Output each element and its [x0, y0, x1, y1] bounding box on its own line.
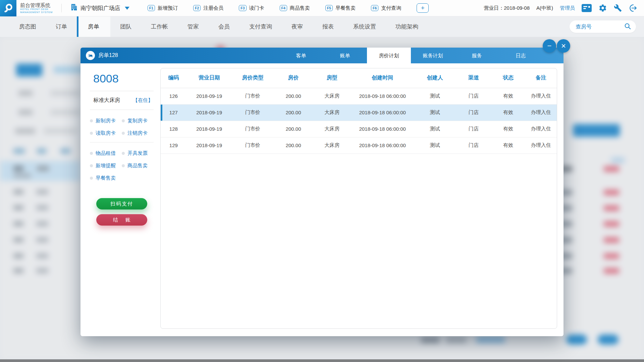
shift-card-icon[interactable] [582, 4, 592, 12]
action-goods-sale[interactable]: 商品售卖 [122, 163, 154, 169]
quick-action-label: 商品售卖 [290, 5, 310, 11]
col-business-date: 营业日期 [186, 68, 232, 88]
tab-log[interactable]: 日志 [499, 48, 543, 63]
room-status-badge: 【在住】 [133, 97, 153, 104]
table-header-row: 编码 营业日期 房价类型 房价 房型 创建时间 创建人 渠道 状态 备注 [161, 68, 557, 88]
nav-night-audit[interactable]: 夜审 [282, 16, 313, 37]
col-channel: 渠道 [456, 68, 491, 88]
bottom-strip [0, 359, 644, 362]
fkey-badge: F2 [193, 5, 201, 11]
table-row-selected[interactable]: 127 2018-09-19 门市价 200.00 大床房 2018-09-18… [161, 104, 557, 121]
tab-account-bill[interactable]: 账单 [323, 48, 367, 63]
cell-creator: 测试 [414, 121, 456, 137]
tab-service[interactable]: 服务 [455, 48, 499, 63]
nav-work-account[interactable]: 工作帐 [141, 16, 178, 37]
cell-business-date: 2018-09-19 [186, 104, 232, 121]
fkey-badge: F5 [325, 5, 333, 11]
action-new-reminder[interactable]: 新增提醒 [90, 163, 122, 169]
quick-action-breakfast-sale[interactable]: F5 早餐售卖 [325, 5, 356, 11]
close-button[interactable]: × [557, 39, 570, 53]
action-read-card[interactable]: 读取房卡 [90, 130, 122, 136]
col-creator: 创建人 [414, 68, 456, 88]
cell-status: 有效 [491, 121, 525, 137]
cell-room-type: 大床房 [313, 121, 351, 137]
quick-action-label: 支付查询 [381, 5, 401, 11]
quick-action-payment-query[interactable]: F6 支付查询 [371, 5, 401, 11]
cell-rate: 200.00 [274, 137, 313, 154]
nav-payment-query[interactable]: 支付查询 [239, 16, 282, 37]
modal-tabs: 客单 账单 房价计划 账务计划 服务 日志 [279, 48, 543, 63]
action-copy-card[interactable]: 复制房卡 [122, 118, 154, 124]
action-cancel-card[interactable]: 注销房卡 [122, 130, 154, 136]
cell-code: 129 [161, 137, 186, 154]
nav-system-settings[interactable]: 系统设置 [343, 16, 386, 37]
minimize-button[interactable]: − [543, 39, 556, 53]
action-issue-invoice[interactable]: 开具发票 [122, 150, 154, 157]
tab-accounting-plan[interactable]: 账务计划 [411, 48, 455, 63]
action-label: 物品租借 [96, 150, 116, 157]
cell-creator: 测试 [414, 137, 456, 154]
quick-action-new-booking[interactable]: F1 新增预订 [148, 5, 178, 11]
nav-member[interactable]: 会员 [209, 16, 239, 37]
nav-housekeeper[interactable]: 管家 [178, 16, 209, 37]
store-selector[interactable]: 南宁朝阳广场店 [70, 3, 129, 13]
user-name[interactable]: 管理员 [560, 5, 575, 11]
wrench-icon[interactable] [614, 4, 622, 12]
add-quick-action-button[interactable]: + [417, 3, 429, 13]
search-icon[interactable] [624, 22, 631, 31]
cell-rate-type: 门市价 [232, 137, 274, 154]
chevron-down-icon [125, 7, 129, 10]
bullet-icon [122, 132, 125, 135]
table-row[interactable]: 129 2018-09-19 门市价 200.00 大床房 2018-09-18… [161, 137, 557, 154]
bullet-icon [90, 152, 93, 155]
modal-title: 房单128 [98, 52, 118, 59]
cell-business-date: 2018-09-19 [186, 88, 232, 104]
checkout-button[interactable]: 结 账 [96, 214, 147, 226]
bullet-icon [90, 119, 93, 122]
room-type: 标准大床房 [93, 97, 120, 104]
action-new-card[interactable]: 新制房卡 [90, 118, 122, 124]
nav-reports[interactable]: 报表 [313, 16, 343, 37]
quick-action-read-card[interactable]: F3 读门卡 [239, 5, 264, 11]
cell-code: 126 [161, 88, 186, 104]
action-label: 复制房卡 [127, 118, 148, 124]
table-row[interactable]: 128 2018-09-19 门市价 200.00 大床房 2018-09-18… [161, 121, 557, 137]
nav-orders[interactable]: 订单 [46, 16, 77, 37]
fkey-badge: F4 [280, 5, 287, 11]
cell-channel: 门店 [456, 88, 491, 104]
top-bar-right: 营业日：2018-09-08 A(中班) 管理员 [484, 4, 644, 12]
quick-action-register-member[interactable]: F2 注册会员 [193, 5, 223, 11]
nav-room-bill[interactable]: 房单 [77, 16, 110, 37]
fkey-badge: F6 [371, 5, 378, 11]
action-label: 新增提醒 [96, 163, 116, 169]
bed-icon [86, 51, 95, 60]
cell-remark: 办理入住 [525, 88, 557, 104]
tab-guest-bill[interactable]: 客单 [279, 48, 323, 63]
cell-channel: 门店 [456, 104, 491, 121]
col-code: 编码 [161, 68, 186, 88]
cell-create-time: 2018-09-18 06:00:00 [351, 137, 414, 154]
room-search-input[interactable] [576, 24, 624, 30]
tab-rate-plan[interactable]: 房价计划 [367, 48, 411, 63]
col-room-type: 房型 [313, 68, 351, 88]
action-breakfast-sale[interactable]: 早餐售卖 [90, 175, 122, 181]
quick-action-label: 读门卡 [249, 5, 264, 11]
cell-remark: 办理入住 [525, 137, 557, 154]
cell-creator: 测试 [414, 88, 456, 104]
cell-rate: 200.00 [274, 88, 313, 104]
nav-function-architecture[interactable]: 功能架构 [386, 16, 428, 37]
table-row[interactable]: 126 2018-09-19 门市价 200.00 大床房 2018-09-18… [161, 88, 557, 104]
cell-status: 有效 [491, 104, 525, 121]
logout-icon[interactable] [629, 4, 637, 12]
cell-rate-type: 门市价 [232, 88, 274, 104]
scan-pay-button[interactable]: 扫码支付 [96, 198, 147, 209]
col-remark: 备注 [525, 68, 557, 88]
nav-room-status-map[interactable]: 房态图 [9, 16, 46, 37]
building-icon [70, 3, 77, 13]
action-item-rental[interactable]: 物品租借 [90, 150, 122, 157]
nav-group[interactable]: 团队 [110, 16, 141, 37]
quick-action-goods-sale[interactable]: F4 商品售卖 [280, 5, 310, 11]
cell-create-time: 2018-09-18 06:00:00 [351, 104, 414, 121]
top-bar: 前台管理系统 HOTEL FRONT DESK MANAGEMENT SYSTE… [0, 0, 644, 16]
gear-icon[interactable] [598, 4, 607, 12]
